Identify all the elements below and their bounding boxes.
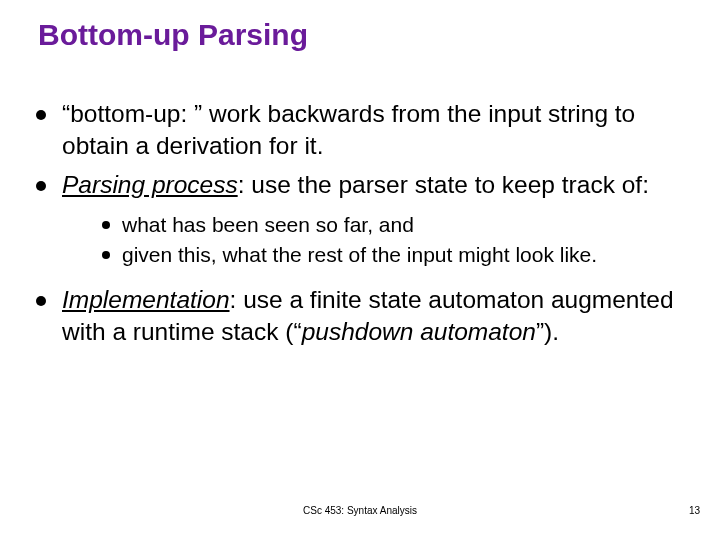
footer-page-number: 13 (689, 505, 700, 516)
bullet-item-implementation: Implementation: use a finite state autom… (32, 284, 690, 349)
bullet-text: ”). (536, 318, 559, 345)
sub-bullet-text: given this, what the rest of the input m… (122, 243, 597, 266)
bullet-text: “bottom-up: ” work backwards from the in… (62, 100, 635, 159)
bullet-item-parsing-process: Parsing process: use the parser state to… (32, 169, 690, 270)
footer-course: CSc 453: Syntax Analysis (0, 505, 720, 516)
bullet-list: “bottom-up: ” work backwards from the in… (32, 98, 690, 348)
slide-body: “bottom-up: ” work backwards from the in… (32, 98, 690, 354)
bullet-em: pushdown automaton (302, 318, 536, 345)
bullet-text: : use the parser state to keep track of: (238, 171, 649, 198)
bullet-term: Implementation (62, 286, 230, 313)
slide: Bottom-up Parsing “bottom-up: ” work bac… (0, 0, 720, 540)
bullet-term: Parsing process (62, 171, 238, 198)
sub-bullet-item: given this, what the rest of the input m… (98, 241, 690, 269)
sub-bullet-item: what has been seen so far, and (98, 211, 690, 239)
bullet-item-bottomup: “bottom-up: ” work backwards from the in… (32, 98, 690, 163)
slide-title: Bottom-up Parsing (38, 18, 308, 52)
sub-bullet-text: what has been seen so far, and (122, 213, 414, 236)
sub-bullet-list: what has been seen so far, and given thi… (62, 211, 690, 270)
